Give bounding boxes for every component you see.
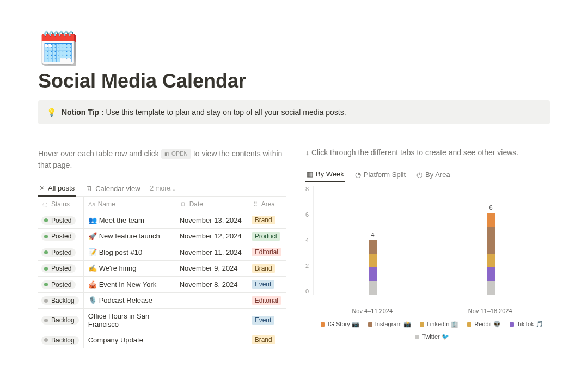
legend-item[interactable]: Instagram 📸 — [368, 321, 411, 328]
row-date: November 9, 2024 — [175, 260, 247, 277]
clock-icon: ◷ — [416, 170, 422, 179]
status-pill: Posted — [41, 264, 76, 273]
sparkle-icon: ✳︎ — [39, 184, 45, 192]
bar-segment — [487, 227, 495, 254]
legend-label: Twitter 🐦 — [422, 333, 449, 340]
tab-all-posts[interactable]: ✳︎ All posts — [38, 181, 76, 197]
legend-item[interactable]: Reddit 👽 — [467, 321, 501, 328]
status-dot — [44, 283, 48, 286]
pie-icon: ◔ — [355, 170, 361, 179]
status-dot — [44, 235, 48, 238]
x-tick-label: Nov 11–18 2024 — [468, 308, 512, 314]
status-pill: Backlog — [41, 296, 79, 305]
bar-stack[interactable]: 4 — [369, 240, 377, 295]
table-row[interactable]: Backlog🎙️Podcast ReleaseEditorial — [38, 292, 286, 309]
plot-area: 46 — [313, 186, 550, 295]
tabs-more[interactable]: 2 more... — [150, 185, 176, 192]
legend-label: LinkedIn 🏢 — [427, 321, 459, 328]
status-pill: Posted — [41, 216, 76, 225]
status-dot — [44, 319, 48, 322]
bar-segment — [369, 254, 377, 267]
tab-by-area[interactable]: ◷ By Area — [415, 167, 451, 182]
legend-label: TikTok 🎵 — [517, 321, 543, 328]
row-emoji-icon: 🎙️ — [88, 296, 97, 304]
tab-calendar-view[interactable]: 🗓 Calendar view — [84, 181, 141, 196]
area-tag: Event — [252, 316, 275, 325]
chart: 86420 46 Nov 4–11 2024Nov 11–18 2024 IG … — [305, 186, 550, 340]
status-pill: Posted — [41, 280, 76, 289]
row-emoji-icon: 👥 — [88, 216, 97, 224]
legend-swatch — [420, 322, 424, 327]
tab-by-week[interactable]: ▥ By Week — [305, 167, 345, 182]
table-row[interactable]: Posted✍️We're hiringNovember 9, 2024Bran… — [38, 260, 286, 277]
legend-item[interactable]: Twitter 🐦 — [415, 333, 449, 340]
right-hint: ↓ Click through the different tabs to cr… — [305, 148, 550, 157]
page-title[interactable]: Social Media Calendar — [38, 70, 550, 93]
row-name: ✍️We're hiring — [88, 264, 170, 272]
left-hint: Hover over each table row and click OPEN… — [38, 148, 286, 171]
status-pill: Posted — [41, 232, 76, 241]
status-icon: ◌ — [41, 201, 49, 208]
col-area[interactable]: ⠿Area — [247, 197, 286, 212]
tip-callout: 💡 Notion Tip : Use this template to plan… — [38, 100, 550, 124]
status-dot — [44, 267, 48, 271]
bar-segment — [369, 267, 377, 281]
status-pill: Backlog — [41, 316, 79, 325]
people-icon: ⠿ — [252, 201, 259, 208]
table-tabs: ✳︎ All posts 🗓 Calendar view 2 more... — [38, 181, 286, 197]
row-name: 🎙️Podcast Release — [88, 296, 170, 304]
bar-segment — [487, 213, 495, 227]
row-name: 📝Blog post #10 — [88, 248, 170, 256]
status-pill: Backlog — [41, 336, 79, 345]
status-dot — [44, 218, 48, 222]
table-row[interactable]: Posted🎪Event in New YorkNovember 8, 2024… — [38, 277, 286, 293]
area-tag: Product — [252, 232, 280, 241]
legend-item[interactable]: LinkedIn 🏢 — [420, 321, 459, 328]
table-row[interactable]: Posted👥Meet the teamNovember 13, 2024Bra… — [38, 212, 286, 229]
row-date: November 13, 2024 — [175, 212, 247, 229]
row-date: November 8, 2024 — [175, 277, 247, 293]
area-tag: Event — [252, 280, 275, 289]
row-date — [175, 292, 247, 309]
bar-segment — [369, 281, 377, 295]
table-row[interactable]: BacklogOffice Hours in San FranciscoEven… — [38, 309, 286, 332]
col-date[interactable]: 🗓Date — [175, 197, 247, 212]
tab-platform-split[interactable]: ◔ Platform Split — [354, 167, 407, 182]
table-row[interactable]: Posted📝Blog post #10November 11, 2024Edi… — [38, 244, 286, 261]
row-emoji-icon: 📝 — [88, 248, 97, 256]
row-emoji-icon: 🚀 — [88, 232, 97, 240]
callout-bold: Notion Tip : — [62, 108, 104, 117]
chart-tabs: ▥ By Week ◔ Platform Split ◷ By Area — [305, 167, 550, 182]
bar-segment — [487, 267, 495, 281]
calendar-icon: 🗓 — [85, 185, 93, 193]
x-axis: Nov 4–11 2024Nov 11–18 2024 — [314, 308, 550, 314]
table-row[interactable]: BacklogCompany UpdateBrand — [38, 332, 286, 348]
bar-segment — [369, 240, 377, 254]
text-icon: Aa — [88, 201, 96, 207]
area-tag: Brand — [252, 335, 275, 344]
bar-stack[interactable]: 6 — [487, 213, 495, 295]
bar-segment — [487, 281, 495, 295]
bar-chart-icon: ▥ — [307, 170, 313, 178]
legend-item[interactable]: IG Story 📷 — [321, 321, 359, 328]
legend-swatch — [510, 322, 514, 327]
legend-item[interactable]: TikTok 🎵 — [510, 321, 543, 328]
row-name: 🎪Event in New York — [88, 280, 170, 289]
bar-value-label: 6 — [486, 204, 497, 211]
row-name: 👥Meet the team — [88, 216, 170, 224]
row-date — [175, 309, 247, 332]
table-row[interactable]: Posted🚀New feature launchNovember 12, 20… — [38, 228, 286, 244]
col-name[interactable]: AaName — [83, 197, 175, 212]
col-status[interactable]: ◌Status — [38, 197, 83, 212]
bar-value-label: 4 — [367, 231, 378, 238]
status-dot — [44, 299, 48, 303]
status-dot — [44, 338, 48, 342]
row-name: 🚀New feature launch — [88, 232, 170, 240]
row-name: Company Update — [88, 336, 170, 344]
legend-swatch — [368, 322, 372, 327]
date-icon: 🗓 — [180, 201, 187, 207]
row-date: November 11, 2024 — [175, 244, 247, 261]
legend-label: IG Story 📷 — [328, 321, 359, 328]
page-icon[interactable]: 🗓️ — [38, 33, 79, 65]
area-tag: Editorial — [252, 296, 281, 305]
